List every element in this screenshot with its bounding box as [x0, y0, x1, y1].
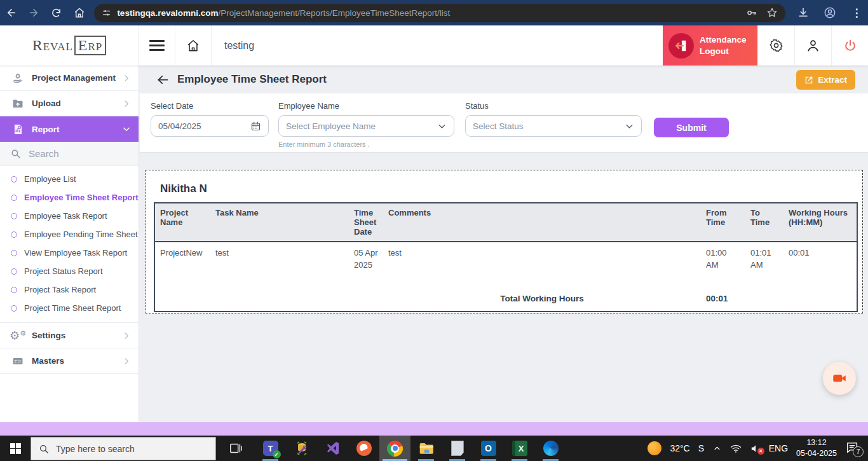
browser-profile-icon[interactable]: [818, 1, 841, 24]
tray-date: 05-04-2025: [796, 449, 837, 458]
sidebar-item-label: Employee Pending Time Sheet: [24, 230, 138, 239]
ssms-icon: [294, 441, 309, 456]
browser-back-button[interactable]: [0, 1, 23, 24]
bottom-accent-strip: [0, 422, 868, 436]
browser-address-bar[interactable]: testingqa.revalomni.com/ProjectManagemen…: [94, 4, 785, 22]
sidebar-item-settings[interactable]: ⚙⚙ Settings: [0, 323, 139, 348]
sidebar-item-label: Project Task Report: [24, 285, 96, 294]
sidebar-item-employee-list[interactable]: Employee List: [0, 170, 139, 188]
sidebar-search[interactable]: [0, 142, 139, 166]
taskbar-app-excel[interactable]: X: [504, 436, 535, 461]
report-submenu: Employee ListEmployee Time Sheet ReportE…: [0, 166, 139, 323]
status-select[interactable]: Select Status: [465, 115, 642, 137]
sidebar-item-masters[interactable]: Masters: [0, 348, 139, 374]
submit-button[interactable]: Submit: [654, 118, 729, 137]
weather-icon[interactable]: [648, 441, 661, 455]
screen-record-button[interactable]: [823, 362, 856, 395]
search-icon: [39, 444, 49, 454]
tray-expand-icon[interactable]: [712, 444, 722, 453]
taskbar-app-visual-studio[interactable]: [317, 436, 348, 461]
edge-icon: [543, 441, 559, 456]
site-info-icon[interactable]: [102, 8, 111, 18]
sidebar-item-view-employee-task-report[interactable]: View Employee Task Report: [0, 244, 139, 262]
sidebar-item-project-status-report[interactable]: Project Status Report: [0, 262, 139, 280]
taskbar-app-chrome[interactable]: [379, 436, 410, 461]
settings-button[interactable]: [757, 25, 794, 65]
column-header: Task Name: [210, 203, 349, 242]
taskbar-app-outlook[interactable]: O: [473, 436, 504, 461]
calendar-icon[interactable]: [250, 121, 261, 132]
taskbar-app-teams[interactable]: T✓: [255, 436, 286, 461]
attendance-logout-icon: [668, 33, 694, 58]
sidebar-item-project-management[interactable]: Project Management: [0, 65, 139, 91]
notification-center-button[interactable]: 7: [845, 441, 862, 456]
task-view-button[interactable]: [220, 436, 251, 461]
date-input[interactable]: [158, 121, 250, 131]
sidebar-item-upload[interactable]: Upload: [0, 91, 139, 116]
gears-icon: ⚙⚙: [10, 330, 25, 341]
notification-count-badge: 7: [853, 446, 864, 457]
total-row: Total Working Hours 00:01: [154, 292, 857, 312]
column-header: To Time: [745, 203, 783, 242]
language-indicator[interactable]: ENG: [769, 443, 788, 453]
table-cell: 01:00 AM: [701, 242, 745, 292]
sidebar-item-project-task-report[interactable]: Project Task Report: [0, 280, 139, 299]
taskbar-app-edge[interactable]: [535, 436, 566, 461]
chevron-right-icon: [122, 99, 131, 108]
browser-menu-icon[interactable]: ⋮: [845, 1, 868, 24]
sidebar-item-label: Employee List: [24, 174, 76, 184]
wifi-icon[interactable]: [730, 444, 742, 453]
browser-home-button[interactable]: [68, 1, 91, 24]
sidebar-item-employee-time-sheet-report[interactable]: Employee Time Sheet Report: [0, 188, 139, 207]
workspace-name[interactable]: testing: [212, 25, 267, 65]
download-icon[interactable]: [792, 1, 815, 24]
video-camera-icon: [831, 370, 848, 387]
table-row: ProjectNewtest05 Apr 2025test01:00 AM01:…: [154, 242, 857, 292]
app-header: RevalErp testing AttendanceLogout: [0, 25, 868, 65]
radio-bullet-icon: [11, 231, 17, 238]
attendance-logout-button[interactable]: AttendanceLogout: [663, 25, 757, 65]
employee-name-select[interactable]: Select Employee Name: [278, 115, 454, 137]
browser-refresh-button[interactable]: [45, 1, 68, 24]
radio-bullet-icon: [11, 213, 17, 219]
volume-muted-icon[interactable]: ✕: [750, 443, 761, 454]
profile-button[interactable]: [794, 25, 831, 65]
weather-temp[interactable]: 32°C: [670, 443, 689, 453]
extract-button[interactable]: Extract: [796, 70, 855, 90]
windows-taskbar: T✓ O X 32°C S ✕ ENG 13:12 05-: [0, 436, 868, 461]
sidebar-item-employee-task-report[interactable]: Employee Task Report: [0, 207, 139, 225]
employee-name-hint: Enter minimum 3 characters .: [278, 141, 454, 148]
report-employee-name: Nikitha N: [160, 182, 862, 195]
chevron-down-icon: [122, 125, 131, 134]
column-header: Time Sheet Date: [349, 203, 383, 242]
bookmark-star-icon[interactable]: [766, 7, 778, 18]
postman-icon: [356, 441, 372, 456]
clock[interactable]: 13:12 05-04-2025: [796, 437, 837, 459]
taskbar-app-file-explorer[interactable]: [410, 436, 442, 461]
taskbar-search-input[interactable]: [56, 444, 208, 454]
table-cell: ProjectNew: [154, 242, 210, 292]
sidebar-toggle-button[interactable]: [139, 25, 175, 65]
password-key-icon[interactable]: [746, 7, 757, 18]
power-logout-button[interactable]: [831, 25, 868, 65]
windows-logo-icon: [10, 443, 21, 454]
date-picker[interactable]: [151, 115, 269, 137]
browser-forward-button[interactable]: [23, 1, 46, 24]
home-button[interactable]: [175, 25, 212, 65]
sidebar-item-project-time-sheet-report[interactable]: Project Time Sheet Report: [0, 299, 139, 317]
weather-condition[interactable]: S: [698, 443, 704, 453]
radio-bullet-icon: [11, 287, 17, 293]
back-button[interactable]: [156, 73, 170, 86]
start-button[interactable]: [0, 436, 31, 461]
table-cell: test: [383, 242, 701, 292]
sidebar-item-employee-pending-time-sheet[interactable]: Employee Pending Time Sheet: [0, 225, 139, 244]
sidebar-item-report[interactable]: Report: [0, 116, 139, 142]
taskbar-app-ssms[interactable]: [286, 436, 317, 461]
excel-icon: X: [512, 441, 527, 456]
notepad-icon: [451, 441, 464, 456]
taskbar-app-notepad[interactable]: [442, 436, 473, 461]
taskbar-search[interactable]: [31, 437, 216, 460]
taskbar-app-postman[interactable]: [348, 436, 379, 461]
sidebar-search-input[interactable]: [29, 148, 124, 159]
url-text[interactable]: testingqa.revalomni.com/ProjectManagemen…: [117, 8, 741, 18]
